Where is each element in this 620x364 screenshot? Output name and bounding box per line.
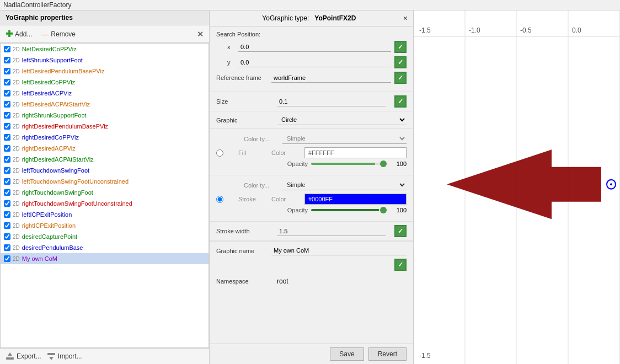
minus-icon: —: [41, 30, 49, 39]
fill-color-input[interactable]: [304, 147, 407, 158]
item-name: leftDesiredCoPPViz: [22, 79, 75, 85]
export-button[interactable]: Export...: [6, 352, 41, 361]
y-input[interactable]: [238, 58, 391, 67]
item-tag: 2D: [13, 168, 20, 174]
item-checkbox[interactable]: [4, 156, 10, 163]
list-item[interactable]: 2D leftDesiredACPViz: [1, 88, 209, 99]
x-field-row: x ✓: [216, 41, 407, 53]
graphic-name-check-button[interactable]: ✓: [394, 259, 407, 271]
graphic-name-label: Graphic name: [216, 248, 271, 254]
close-list-button[interactable]: ✕: [197, 30, 204, 39]
item-name: rightDesiredPendulumBasePViz: [22, 123, 108, 130]
item-checkbox[interactable]: [4, 79, 10, 85]
item-tag: 2D: [13, 113, 20, 119]
item-checkbox[interactable]: [4, 123, 10, 130]
list-item[interactable]: 2D rightShrunkSupportFoot: [1, 110, 209, 121]
item-checkbox[interactable]: [4, 255, 10, 262]
close-middle-button[interactable]: ×: [403, 14, 408, 23]
list-item[interactable]: 2D leftDesiredACPAtStartViz: [1, 99, 209, 110]
search-position-section: Search Position: x ✓ y ✓ Reference frame…: [210, 26, 413, 92]
item-name: leftShrunkSupportFoot: [22, 57, 83, 63]
item-tag: 2D: [13, 135, 20, 141]
svg-text:-1.5: -1.5: [419, 26, 431, 34]
y-check-button[interactable]: ✓: [394, 56, 407, 68]
fill-opacity-slider[interactable]: [311, 163, 387, 165]
item-checkbox[interactable]: [4, 178, 10, 185]
remove-label: Remove: [51, 30, 76, 38]
graphic-dropdown[interactable]: Circle Square Plus Cross: [277, 115, 407, 125]
left-panel-toolbar: ✚ Add... — Remove ✕: [0, 25, 209, 43]
item-checkbox[interactable]: [4, 244, 10, 251]
item-checkbox[interactable]: [4, 134, 10, 141]
graph-svg: -1.5 -1.0 -0.5 0.0 -1.5: [414, 10, 620, 364]
item-checkbox[interactable]: [4, 145, 10, 152]
list-item[interactable]: 2D desiredCapturePoint: [1, 231, 209, 242]
item-name: leftTouchdownSwingFootUnconstrained: [22, 178, 129, 185]
item-checkbox[interactable]: [4, 189, 10, 196]
stroke-radio[interactable]: [216, 196, 223, 203]
item-checkbox[interactable]: [4, 57, 10, 63]
revert-button[interactable]: Revert: [368, 347, 407, 361]
item-checkbox[interactable]: [4, 46, 10, 52]
item-name: rightTouchdownSwingFoot: [22, 189, 93, 196]
middle-footer: Save Revert: [210, 344, 413, 364]
reference-frame-check-button[interactable]: ✓: [394, 72, 407, 84]
stroke-color-type-dropdown[interactable]: Simple: [282, 180, 407, 190]
save-button[interactable]: Save: [330, 347, 364, 361]
app-title: NadiaControllerFactory: [3, 1, 71, 9]
remove-button[interactable]: — Remove: [41, 30, 76, 39]
item-name: leftDesiredACPViz: [22, 90, 72, 97]
item-checkbox[interactable]: [4, 101, 10, 108]
item-checkbox[interactable]: [4, 233, 10, 240]
fill-opacity-row: Opacity 100: [216, 160, 407, 167]
list-item[interactable]: 2D leftDesiredPendulumBasePViz: [1, 66, 209, 77]
item-checkbox[interactable]: [4, 200, 10, 207]
list-item[interactable]: 2D leftDesiredCoPPViz: [1, 77, 209, 88]
reference-frame-label: Reference frame: [216, 74, 271, 81]
list-item[interactable]: 2D leftShrunkSupportFoot: [1, 55, 209, 66]
stroke-color-input[interactable]: [304, 194, 407, 205]
item-tag: 2D: [13, 124, 20, 130]
item-checkbox[interactable]: [4, 90, 10, 97]
list-item[interactable]: 2D rightDesiredACPAtStartViz: [1, 154, 209, 165]
size-label: Size: [216, 98, 271, 105]
list-item[interactable]: 2D NetDesiredCoPPViz: [1, 44, 209, 55]
item-checkbox[interactable]: [4, 112, 10, 119]
list-item[interactable]: 2D rightTouchdownSwingFoot: [1, 187, 209, 198]
list-item[interactable]: 2D leftICPExitPosition: [1, 209, 209, 220]
list-item[interactable]: 2D desiredPendulumBase: [1, 242, 209, 253]
x-input[interactable]: [238, 42, 391, 52]
list-item[interactable]: 2D leftTouchdownSwingFoot: [1, 165, 209, 176]
item-name: leftDesiredACPAtStartViz: [22, 101, 90, 108]
stroke-width-input[interactable]: [277, 227, 386, 236]
list-item[interactable]: 2D rightDesiredPendulumBasePViz: [1, 121, 209, 132]
import-icon: [47, 352, 56, 361]
fill-radio[interactable]: [216, 149, 223, 157]
list-item[interactable]: 2D leftTouchdownSwingFootUnconstrained: [1, 176, 209, 187]
item-name: leftDesiredPendulumBasePViz: [22, 68, 105, 74]
items-list[interactable]: 2D NetDesiredCoPPViz 2D leftShrunkSuppor…: [0, 43, 209, 348]
item-name: rightDesiredACPAtStartViz: [22, 156, 94, 163]
fill-opacity-label: Opacity: [275, 160, 308, 167]
list-item[interactable]: 2D rightDesiredCoPPViz: [1, 132, 209, 143]
item-checkbox[interactable]: [4, 167, 10, 174]
add-button[interactable]: ✚ Add...: [6, 29, 32, 39]
import-button[interactable]: Import...: [47, 352, 82, 361]
list-item[interactable]: 2D rightDesiredACPViz: [1, 143, 209, 154]
stroke-width-check-button[interactable]: ✓: [394, 225, 407, 237]
size-input[interactable]: [277, 97, 386, 106]
graphic-name-input[interactable]: [271, 246, 407, 255]
list-item[interactable]: 2D rightTouchdownSwingFootUnconstrained: [1, 198, 209, 209]
fill-color-type-dropdown[interactable]: Simple: [282, 133, 407, 144]
item-name: rightTouchdownSwingFootUnconstrained: [22, 200, 132, 207]
item-checkbox[interactable]: [4, 222, 10, 229]
stroke-opacity-slider[interactable]: [311, 209, 387, 211]
size-check-button[interactable]: ✓: [394, 95, 407, 108]
x-check-button[interactable]: ✓: [394, 41, 407, 53]
list-item-selected[interactable]: 2D My own CoM: [1, 253, 209, 264]
item-checkbox[interactable]: [4, 211, 10, 218]
item-checkbox[interactable]: [4, 68, 10, 74]
stroke-opacity-value: 100: [390, 207, 407, 213]
list-item[interactable]: 2D rightICPExitPosition: [1, 220, 209, 231]
reference-frame-input[interactable]: [271, 73, 391, 83]
